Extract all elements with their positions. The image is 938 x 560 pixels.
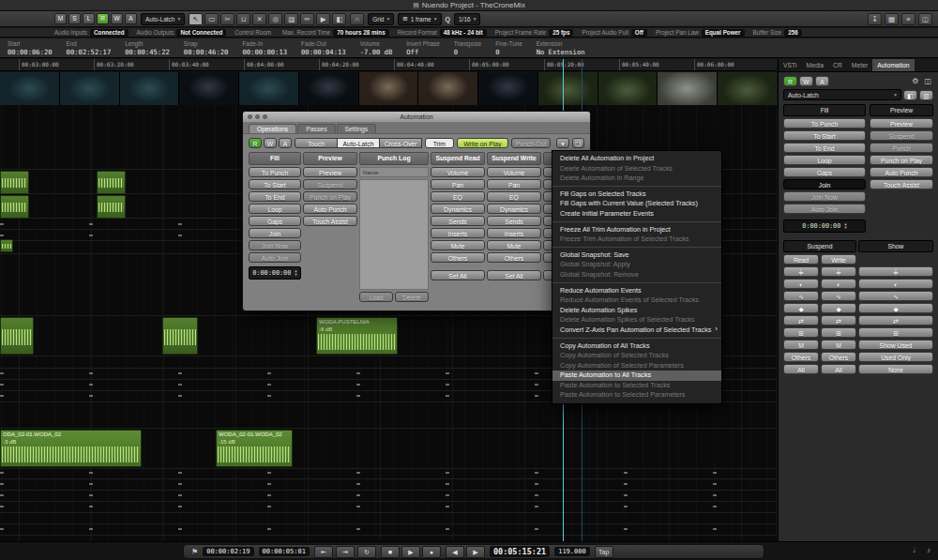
status-item[interactable]: Buffer Size 256	[753, 29, 802, 37]
fill-button[interactable]: Join	[249, 228, 301, 238]
info-line-field[interactable]: Fine-Tune 0	[495, 38, 522, 57]
preview-button[interactable]: Touch Assist	[303, 216, 357, 226]
erase-tool[interactable]: ✕	[252, 13, 266, 25]
fill-button[interactable]: To End	[783, 143, 866, 153]
grid-type-select[interactable]: ⊞ 1 frame ▾	[398, 13, 441, 25]
audio-clip[interactable]	[162, 317, 198, 355]
punch-in-icon[interactable]: ⇤	[314, 546, 333, 558]
preview-button[interactable]: Touch Assist	[870, 179, 933, 189]
tap-tempo-button[interactable]: Tap	[595, 546, 613, 558]
automation-rwa-button[interactable]: W	[799, 76, 813, 86]
automation-rwa-button[interactable]: R	[249, 138, 262, 148]
draw-tool[interactable]: ✏	[300, 13, 314, 25]
automation-mode-select[interactable]: Auto-Latch ▾	[141, 13, 185, 25]
suspend-read-toggle[interactable]: ◆	[783, 303, 819, 313]
preview-button[interactable]: Auto Punch	[303, 204, 357, 214]
write-column-button[interactable]: Write	[821, 254, 856, 265]
status-item[interactable]: Max. Record Time 70 hours 28 mins	[282, 29, 389, 37]
audio-clip[interactable]	[97, 195, 126, 219]
stop-button[interactable]: ■	[381, 546, 400, 558]
suspend-read-button[interactable]: Volume	[431, 167, 485, 177]
mute-button[interactable]: M	[54, 13, 67, 24]
suspend-write-button[interactable]: Set All	[487, 270, 541, 280]
menu-item[interactable]: Copy Automation of Selected Parameters	[552, 361, 721, 371]
preview-button[interactable]: Preview	[303, 167, 357, 177]
preview-button[interactable]: Auto Punch	[870, 167, 933, 177]
spinner-icon[interactable]: ▲▼	[844, 222, 846, 229]
audio-clip[interactable]: WODA.PUSTELNIA -8 dB	[316, 317, 398, 355]
preview-button[interactable]: Preview	[870, 118, 933, 129]
info-line-field[interactable]: Start 00:00:06:20	[8, 38, 53, 57]
right-zone-tab[interactable]: Media	[801, 59, 828, 71]
automation-rwa-button[interactable]: R	[783, 76, 797, 86]
status-item[interactable]: Record Format 48 kHz - 24 bit	[398, 29, 487, 37]
fill-options-icon[interactable]: ◧	[903, 90, 917, 100]
menu-item[interactable]: Fill Gaps with Current Value (Selected T…	[552, 199, 721, 209]
panel-icon[interactable]: ◫	[922, 77, 933, 85]
window-controls[interactable]	[248, 114, 267, 119]
info-line-field[interactable]: Volume -7.00 dB	[360, 38, 393, 57]
windows-icon[interactable]: ◫	[918, 13, 932, 25]
fill-time-field[interactable]: 0:00:00:00 ▲▼	[249, 266, 301, 280]
grid-select[interactable]: Grid ▾	[368, 13, 394, 25]
read-automation-button[interactable]: R	[97, 13, 109, 24]
fill-button[interactable]: To Punch	[783, 118, 866, 129]
info-line-field[interactable]: End 00:02:52:17	[67, 38, 112, 57]
show-toggle[interactable]: ⊞	[858, 327, 933, 338]
suspend-write-button[interactable]: Pan	[487, 179, 541, 189]
punch-out-icon[interactable]: ⇥	[336, 546, 355, 558]
suspend-read-toggle[interactable]: ◐	[783, 279, 819, 289]
menu-item[interactable]: Reduce Automation Events of Selected Tra…	[552, 295, 721, 306]
split-tool[interactable]: ✂	[220, 13, 234, 25]
suspend-write-button[interactable]: Sends	[487, 216, 541, 226]
show-toggle[interactable]: ∿	[858, 291, 933, 301]
setup-icon[interactable]: ≡	[901, 13, 915, 25]
color-tool[interactable]: ◧	[332, 13, 346, 25]
show-toggle[interactable]: None	[858, 364, 933, 374]
tempo-display[interactable]: 119.000	[554, 547, 590, 556]
suspend-write-button[interactable]: Others	[487, 252, 541, 263]
suspend-write-button[interactable]: Volume	[487, 167, 541, 177]
marker-flag-icon[interactable]: ⚑	[191, 548, 198, 556]
suspend-read-button[interactable]: Sends	[431, 216, 485, 226]
menu-item[interactable]: Delete All Automation in Project	[552, 154, 721, 164]
right-locator[interactable]: 00:00:05:01	[259, 547, 310, 556]
automation-panel-titlebar[interactable]: Automation	[243, 112, 590, 122]
info-line-field[interactable]: Fade-Out 00:00:04:13	[301, 38, 346, 57]
status-item[interactable]: Audio Inputs Connected	[54, 29, 129, 37]
suspend-write-button[interactable]: Dynamics	[487, 204, 541, 214]
suspend-write-toggle[interactable]: ◐	[821, 279, 856, 289]
automation-rwa-button[interactable]: A	[815, 76, 829, 86]
write-on-play-button[interactable]: Write on Play	[457, 138, 508, 148]
menu-item[interactable]: Global Snapshot: Apply	[552, 260, 721, 270]
suspend-read-toggle[interactable]: ∿	[783, 291, 819, 301]
nudge-right-icon[interactable]: ▶	[466, 546, 485, 558]
menu-item[interactable]: Reduce Automation Events	[552, 286, 721, 296]
info-line-field[interactable]: Transpose 0	[454, 38, 482, 57]
export-icon[interactable]: ↧	[868, 13, 882, 25]
nudge-left-icon[interactable]: ◀	[446, 546, 464, 558]
info-line-field[interactable]: Invert Phase Off	[406, 38, 439, 57]
record-button[interactable]: ●	[422, 546, 441, 558]
suspend-write-toggle[interactable]: ╪	[821, 266, 856, 277]
write-automation-button[interactable]: W	[111, 13, 123, 24]
menu-item[interactable]: Freeze Trim Automation of Selected Track…	[552, 235, 721, 248]
object-selection-tool[interactable]: ↖	[189, 13, 203, 25]
close-icon[interactable]	[248, 114, 252, 119]
preview-button[interactable]: Suspend	[870, 130, 933, 141]
menu-item[interactable]: Global Snapshot: Remove	[552, 270, 721, 283]
settings-icon[interactable]: ⚙	[910, 77, 920, 85]
punch-log-list[interactable]	[359, 179, 429, 290]
suspend-read-button[interactable]: Set All	[431, 270, 485, 280]
suspend-read-button[interactable]: Pan	[431, 179, 485, 189]
auto-button[interactable]: A	[125, 13, 137, 24]
fill-button[interactable]: Join	[783, 179, 866, 189]
info-line-field[interactable]: Snap 00:00:46:20	[184, 38, 229, 57]
show-toggle[interactable]: ◆	[858, 303, 933, 313]
fill-button[interactable]: Join Now	[249, 240, 301, 250]
menu-item[interactable]: Freeze All Trim Automation in Project	[552, 225, 721, 235]
audio-clip[interactable]	[0, 239, 13, 252]
suspend-write-toggle[interactable]: ⇄	[821, 315, 856, 325]
menu-item[interactable]: Paste Automation to Selected Parameters	[552, 390, 721, 401]
menu-item[interactable]: Paste Automation to Selected Tracks	[552, 381, 721, 391]
